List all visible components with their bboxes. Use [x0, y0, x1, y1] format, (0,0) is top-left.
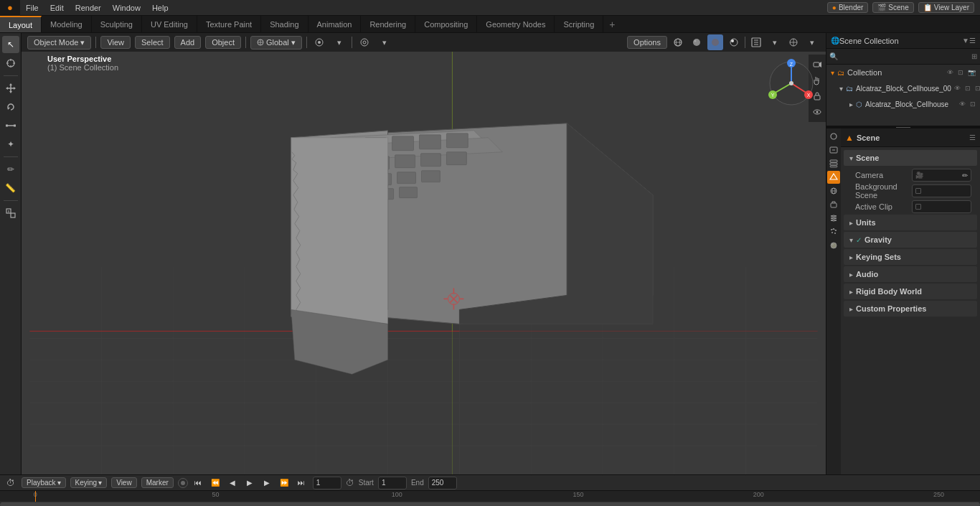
material-props-tab[interactable] — [827, 239, 840, 252]
view-menu[interactable]: View — [100, 36, 131, 49]
timeline-scrollbar[interactable] — [0, 502, 980, 506]
menu-edit[interactable]: Edit — [44, 0, 70, 15]
camera-value[interactable]: 🎥 ✏ — [912, 169, 971, 182]
menu-render[interactable]: Render — [70, 0, 107, 15]
world-props-tab[interactable] — [827, 184, 840, 197]
cursor-tool-btn[interactable] — [2, 55, 19, 72]
object2-select[interactable]: ⊡ — [970, 100, 976, 108]
collection-hide[interactable]: ⊡ — [958, 69, 963, 76]
engine-selector[interactable]: ● Blender — [827, 2, 869, 13]
scene-props-tab[interactable] — [827, 171, 840, 184]
playback-btn[interactable]: Playback ▾ — [22, 477, 66, 488]
annotate-tool-btn[interactable]: ✏ — [2, 161, 19, 178]
menu-window[interactable]: Window — [107, 0, 146, 15]
gizmos-settings[interactable]: ▾ — [804, 34, 820, 50]
timeline-scrollbar-thumb[interactable] — [0, 502, 980, 506]
snap-toggle[interactable] — [311, 34, 327, 50]
snap-settings[interactable]: ▾ — [331, 34, 347, 50]
scene-collection-item[interactable]: ▾ 🗂 Collection 👁 ⊡ 📷 — [826, 65, 980, 80]
tab-modeling[interactable]: Modeling — [42, 16, 92, 32]
particle-props-tab[interactable] — [827, 225, 840, 238]
object-props-tab[interactable] — [827, 198, 840, 211]
object1-render[interactable]: ⊡ — [975, 85, 980, 92]
camera-edit-btn[interactable]: ✏ — [962, 172, 968, 179]
options-btn[interactable]: Options — [627, 36, 667, 49]
next-frame-btn[interactable]: ⏩ — [277, 477, 291, 489]
current-frame-field[interactable]: 1 — [313, 477, 341, 489]
outliner-filter[interactable]: ▼ — [962, 37, 969, 44]
active-clip-value[interactable] — [912, 200, 971, 213]
tab-shading[interactable]: Shading — [261, 16, 308, 32]
object1-eye[interactable]: 👁 — [954, 85, 961, 92]
overlays-toggle[interactable] — [748, 34, 764, 50]
transform-orientation[interactable]: Global ▾ — [250, 36, 302, 50]
add-object-btn[interactable] — [2, 205, 19, 222]
collection-eye[interactable]: 👁 — [947, 69, 953, 76]
add-workspace-tab[interactable]: + — [603, 19, 621, 30]
menu-help[interactable]: Help — [146, 0, 174, 15]
proportional-edit[interactable] — [357, 34, 372, 50]
measure-tool-btn[interactable]: 📏 — [2, 179, 19, 197]
object2-eye[interactable]: 👁 — [959, 100, 966, 108]
modifier-props-tab[interactable] — [827, 212, 840, 225]
marker-btn[interactable]: Marker — [141, 477, 174, 488]
record-btn[interactable] — [178, 478, 188, 488]
tab-layout[interactable]: Layout — [0, 16, 42, 32]
select-menu[interactable]: Select — [135, 36, 170, 49]
viewport-canvas[interactable] — [22, 52, 826, 474]
rotate-tool-btn[interactable] — [2, 98, 19, 116]
transform-tool-btn[interactable]: ✦ — [2, 136, 19, 153]
wireframe-shading[interactable] — [670, 34, 686, 50]
skip-end-btn[interactable]: ⏭ — [294, 477, 308, 489]
scene-section-header[interactable]: ▾ Scene — [844, 150, 977, 166]
object1-select[interactable]: ⊡ — [965, 85, 971, 92]
rendered-shading[interactable] — [726, 34, 742, 50]
audio-section[interactable]: ▸ Audio — [844, 266, 977, 282]
view-btn[interactable]: View — [111, 477, 137, 488]
filter-icon[interactable]: ⊞ — [971, 52, 977, 60]
next-key-btn[interactable]: ▶ — [260, 477, 274, 489]
nav-gizmo[interactable]: Z X Y — [763, 55, 820, 112]
add-menu[interactable]: Add — [174, 36, 202, 49]
background-scene-value[interactable] — [912, 184, 971, 197]
tab-texture-paint[interactable]: Texture Paint — [197, 16, 261, 32]
move-tool-btn[interactable] — [2, 80, 19, 97]
prev-frame-btn[interactable]: ⏪ — [208, 477, 222, 489]
object-item-1[interactable]: ▾ 🗂 Alcatraz_Block_Cellhouse_00 👁 ⊡ ⊡ — [826, 80, 980, 96]
props-options[interactable]: ☰ — [969, 133, 976, 141]
tab-scripting[interactable]: Scripting — [555, 16, 603, 32]
rigid-body-section[interactable]: ▸ Rigid Body World — [844, 284, 977, 299]
object-item-2[interactable]: ▸ ⬡ Alcatraz_Block_Cellhouse 👁 ⊡ — [826, 96, 980, 112]
keying-sets-section[interactable]: ▸ Keying Sets — [844, 249, 977, 265]
object-mode-dropdown[interactable]: Object Mode ▾ — [27, 36, 91, 50]
solid-shading[interactable] — [689, 34, 705, 50]
skip-start-btn[interactable]: ⏮ — [191, 477, 205, 489]
end-frame-field[interactable]: 250 — [428, 477, 457, 489]
proportional-settings[interactable]: ▾ — [377, 34, 392, 50]
start-frame-field[interactable]: 1 — [378, 477, 407, 489]
view-layer-props-tab[interactable] — [827, 157, 840, 170]
output-props-tab[interactable] — [827, 144, 840, 156]
collection-camera[interactable]: 📷 — [968, 69, 976, 76]
viewport-area[interactable]: Object Mode ▾ View Select Add Object Glo… — [22, 33, 826, 474]
select-tool-btn[interactable]: ↖ — [2, 36, 19, 53]
object-menu[interactable]: Object — [205, 36, 241, 49]
tab-sculpting[interactable]: Sculpting — [92, 16, 142, 32]
gizmos-toggle[interactable] — [786, 34, 801, 50]
outliner-options[interactable]: ☰ — [969, 37, 976, 44]
material-shading[interactable] — [707, 34, 723, 50]
tab-uv-editing[interactable]: UV Editing — [142, 16, 197, 32]
menu-file[interactable]: File — [20, 0, 44, 15]
scale-tool-btn[interactable] — [2, 117, 19, 134]
tab-geometry-nodes[interactable]: Geometry Nodes — [477, 16, 555, 32]
keying-btn[interactable]: Keying ▾ — [70, 477, 108, 488]
outliner-search-input[interactable] — [841, 52, 969, 60]
units-section[interactable]: ▸ Units — [844, 215, 977, 230]
view-layer-selector[interactable]: 📋 View Layer — [918, 2, 974, 13]
tab-rendering[interactable]: Rendering — [361, 16, 415, 32]
tab-compositing[interactable]: Compositing — [415, 16, 477, 32]
tab-animation[interactable]: Animation — [308, 16, 362, 32]
play-btn[interactable]: ▶ — [242, 477, 257, 489]
scene-selector[interactable]: 🎬 Scene — [872, 2, 913, 13]
overlays-settings[interactable]: ▾ — [767, 34, 783, 50]
